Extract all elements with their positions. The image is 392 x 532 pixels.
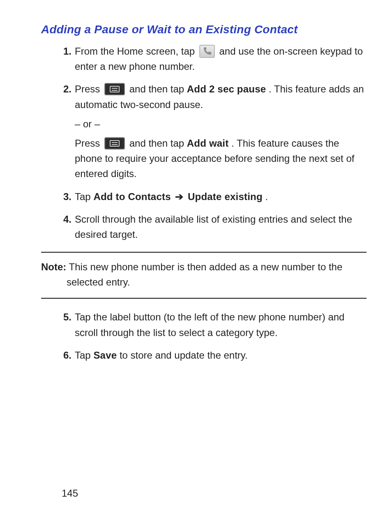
- step-text: Press: [75, 138, 103, 149]
- step-5: 5. Tap the label button (to the left of …: [55, 309, 367, 340]
- step-text: Press: [75, 83, 103, 94]
- note-block: Note: This new phone number is then adde…: [41, 252, 367, 299]
- manual-page: Adding a Pause or Wait to an Existing Co…: [0, 0, 392, 363]
- step-number: 5.: [55, 309, 71, 325]
- step-text: to store and update the entry.: [120, 350, 248, 361]
- note-text: This new phone number is then added as a…: [66, 261, 342, 288]
- bold-text: Save: [93, 350, 117, 361]
- step-text: From the Home screen, tap: [75, 46, 198, 57]
- step-text: and then tap: [129, 138, 187, 149]
- phone-icon: [199, 45, 215, 58]
- step-text: Tap: [75, 191, 93, 202]
- step-list: 1. From the Home screen, tap and use the…: [41, 44, 367, 242]
- step-text: and then tap: [129, 83, 187, 94]
- step-2: 2. Press and then tap Add 2 sec pause . …: [55, 81, 367, 181]
- step-number: 1.: [55, 44, 71, 59]
- step-text: .: [265, 191, 268, 202]
- step-text: Scroll through the available list of exi…: [75, 214, 352, 240]
- step-text: Tap the label button (to the left of the…: [75, 311, 344, 338]
- step-list-continued: 5. Tap the label button (to the left of …: [41, 309, 367, 363]
- section-title: Adding a Pause or Wait to an Existing Co…: [41, 23, 367, 36]
- step-number: 6.: [55, 348, 71, 363]
- page-number: 145: [62, 488, 78, 499]
- step-number: 2.: [55, 81, 71, 97]
- step-3: 3. Tap Add to Contacts ➔ Update existing…: [55, 189, 367, 204]
- bold-text: Add to Contacts: [93, 191, 171, 202]
- bold-text: Update existing: [188, 191, 263, 202]
- step-number: 4.: [55, 212, 71, 227]
- menu-icon: [104, 137, 125, 150]
- step-6: 6. Tap Save to store and update the entr…: [55, 348, 367, 363]
- step-4: 4. Scroll through the available list of …: [55, 212, 367, 242]
- menu-icon: [104, 83, 125, 95]
- arrow-icon: ➔: [173, 189, 185, 204]
- step-number: 3.: [55, 189, 71, 204]
- step-text: Tap: [75, 350, 93, 361]
- step-1: 1. From the Home screen, tap and use the…: [55, 44, 367, 74]
- bold-text: Add wait: [187, 138, 229, 149]
- bold-text: Add 2 sec pause: [187, 83, 266, 94]
- or-separator: – or –: [75, 116, 367, 131]
- note-label: Note:: [41, 261, 66, 272]
